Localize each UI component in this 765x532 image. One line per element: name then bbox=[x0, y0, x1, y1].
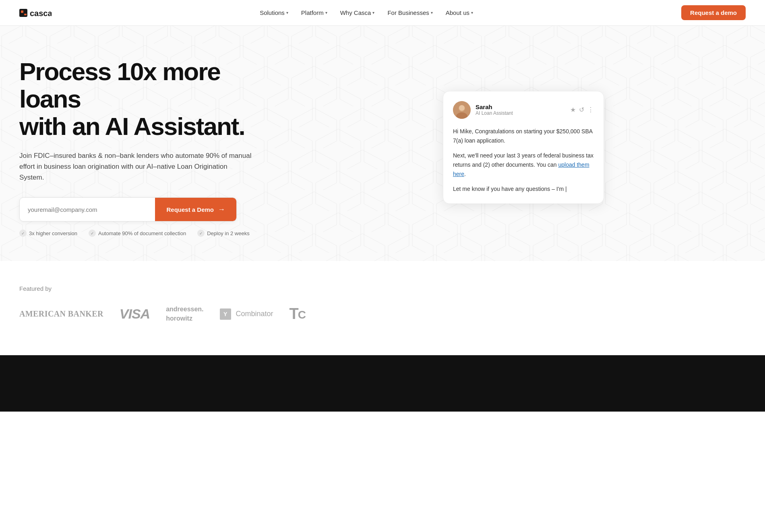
hero-section: Process 10x more loans with an AI Assist… bbox=[0, 26, 765, 261]
logo-y-combinator: Y Combinator bbox=[220, 308, 289, 320]
chat-message-2: Next, we'll need your last 3 years of fe… bbox=[453, 151, 594, 179]
star-icon[interactable]: ★ bbox=[570, 106, 576, 114]
chat-body: Hi Mike, Congratulations on starting you… bbox=[453, 127, 594, 194]
svg-rect-3 bbox=[21, 14, 23, 15]
avatar bbox=[453, 101, 471, 119]
logo-andreessen-horowitz: andreessen.horowitz bbox=[166, 305, 219, 323]
chevron-down-icon: ▾ bbox=[325, 10, 327, 15]
chat-agent-role: AI Loan Assistant bbox=[476, 110, 513, 116]
featured-logos: AMERICAN BANKER VISA andreessen.horowitz… bbox=[19, 305, 746, 323]
chat-header-actions: ★ ↺ ⋮ bbox=[570, 106, 594, 114]
chat-agent-name: Sarah bbox=[476, 104, 513, 110]
chat-agent-info: Sarah AI Loan Assistant bbox=[476, 104, 513, 116]
svg-rect-1 bbox=[21, 10, 23, 13]
chevron-down-icon: ▾ bbox=[431, 10, 433, 15]
more-icon[interactable]: ⋮ bbox=[587, 106, 594, 114]
nav-item-about-us[interactable]: About us ▾ bbox=[440, 6, 479, 19]
logo-techcrunch: TC bbox=[289, 305, 321, 323]
nav-item-platform[interactable]: Platform ▾ bbox=[296, 6, 333, 19]
featured-label: Featured by bbox=[19, 285, 746, 292]
badge-deploy: ✓ Deploy in 2 weeks bbox=[197, 230, 250, 237]
chat-header-left: Sarah AI Loan Assistant bbox=[453, 101, 513, 119]
badge-conversion: ✓ 3x higher conversion bbox=[19, 230, 77, 237]
svg-point-13 bbox=[459, 105, 465, 111]
arrow-icon: → bbox=[218, 205, 225, 214]
logo[interactable]: casca bbox=[19, 6, 52, 19]
chat-card: Sarah AI Loan Assistant ★ ↺ ⋮ Hi Mike, C… bbox=[443, 91, 604, 204]
hero-content: Process 10x more loans with an AI Assist… bbox=[19, 58, 277, 237]
chat-message-3: Let me know if you have any questions – … bbox=[453, 184, 594, 194]
footer bbox=[0, 355, 765, 412]
nav-item-solutions[interactable]: Solutions ▾ bbox=[254, 6, 294, 19]
chat-message-1: Hi Mike, Congratulations on starting you… bbox=[453, 127, 594, 145]
chevron-down-icon: ▾ bbox=[286, 10, 288, 15]
svg-rect-2 bbox=[24, 10, 27, 13]
badge-documents: ✓ Automate 90% of document collection bbox=[89, 230, 186, 237]
chat-header: Sarah AI Loan Assistant ★ ↺ ⋮ bbox=[453, 101, 594, 119]
logo-american-banker: AMERICAN BANKER bbox=[19, 309, 120, 319]
chat-card-wrapper: Sarah AI Loan Assistant ★ ↺ ⋮ Hi Mike, C… bbox=[277, 91, 746, 204]
refresh-icon[interactable]: ↺ bbox=[579, 106, 584, 114]
check-icon: ✓ bbox=[89, 230, 96, 237]
hero-form: Request a Demo → bbox=[19, 197, 237, 221]
email-input[interactable] bbox=[20, 198, 155, 221]
yc-box-icon: Y bbox=[220, 308, 231, 320]
hero-subtitle: Join FDIC–insured banks & non–bank lende… bbox=[19, 150, 253, 183]
request-demo-button[interactable]: Request a demo bbox=[681, 5, 746, 20]
nav-item-why-casca[interactable]: Why Casca ▾ bbox=[335, 6, 380, 19]
hero-badges: ✓ 3x higher conversion ✓ Automate 90% of… bbox=[19, 230, 277, 237]
nav-links: Solutions ▾ Platform ▾ Why Casca ▾ For B… bbox=[254, 6, 479, 19]
request-demo-form-button[interactable]: Request a Demo → bbox=[155, 198, 236, 221]
chevron-down-icon: ▾ bbox=[471, 10, 473, 15]
check-icon: ✓ bbox=[197, 230, 205, 237]
nav-item-for-businesses[interactable]: For Businesses ▾ bbox=[382, 6, 438, 19]
navbar: casca Solutions ▾ Platform ▾ Why Casca ▾… bbox=[0, 0, 765, 26]
chevron-down-icon: ▾ bbox=[372, 10, 374, 15]
svg-text:casca: casca bbox=[30, 9, 52, 18]
featured-section: Featured by AMERICAN BANKER VISA andrees… bbox=[0, 261, 765, 355]
hero-title: Process 10x more loans with an AI Assist… bbox=[19, 58, 277, 141]
logo-visa: VISA bbox=[120, 306, 166, 322]
svg-rect-4 bbox=[24, 14, 27, 15]
check-icon: ✓ bbox=[19, 230, 27, 237]
